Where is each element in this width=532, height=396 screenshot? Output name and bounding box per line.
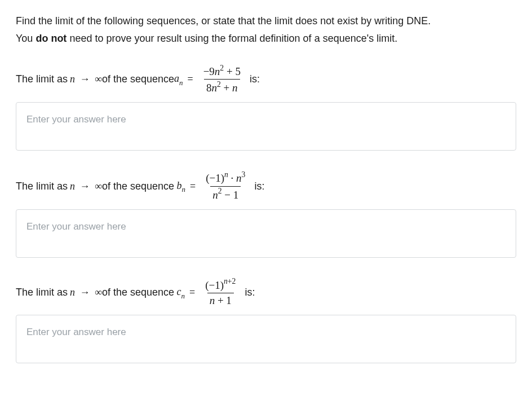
question-b-prompt: The limit as n → ∞ of the sequence bn = … xyxy=(16,171,516,201)
seq-letter-a: a xyxy=(174,73,179,84)
answer-input-a[interactable] xyxy=(16,102,516,151)
question-c-lead: The limit as xyxy=(16,285,68,300)
is-text-a: is: xyxy=(250,72,260,87)
fraction-b: (−1)n · n3 n2 − 1 xyxy=(203,171,247,201)
arrow-icon-c: → xyxy=(80,287,90,298)
question-b-lead: The limit as xyxy=(16,179,68,194)
question-a: The limit as n → ∞ of the sequence an = … xyxy=(16,64,516,151)
answer-input-c[interactable] xyxy=(16,315,516,363)
infinity-symbol: ∞ xyxy=(95,73,102,85)
question-c: The limit as n → ∞ of the sequence cn = … xyxy=(16,278,516,363)
of-sequence-text-a: of the sequence xyxy=(102,72,174,87)
instructions-line-1: Find the limit of the following sequence… xyxy=(16,14,516,29)
sequence-name-a: an xyxy=(174,71,183,87)
var-n-b: n xyxy=(70,181,75,192)
seq-sub-c: n xyxy=(181,292,184,300)
question-a-prompt: The limit as n → ∞ of the sequence an = … xyxy=(16,64,516,94)
infinity-symbol-c: ∞ xyxy=(95,287,102,298)
var-n-c: n xyxy=(70,287,75,298)
seq-sub-b: n xyxy=(181,185,185,193)
limit-expression-a: n → ∞ xyxy=(70,72,102,87)
sequence-name-c: cn xyxy=(174,284,185,301)
question-c-prompt: The limit as n → ∞ of the sequence cn = … xyxy=(16,278,516,307)
fraction-c: (−1)n+2 n + 1 xyxy=(203,278,238,307)
is-text-c: is: xyxy=(245,285,255,300)
equals-b: = xyxy=(190,179,196,194)
of-sequence-text-c: of the sequence xyxy=(102,285,174,300)
var-n: n xyxy=(70,73,75,85)
is-text-b: is: xyxy=(254,179,264,194)
question-b: The limit as n → ∞ of the sequence bn = … xyxy=(16,171,516,257)
arrow-icon-b: → xyxy=(80,181,90,192)
question-a-lead: The limit as xyxy=(16,72,68,87)
infinity-symbol-b: ∞ xyxy=(95,181,102,192)
instructions-line2-bold: do not xyxy=(36,33,66,44)
limit-expression-c: n → ∞ xyxy=(70,285,102,300)
of-sequence-text-b: of the sequence xyxy=(102,179,174,194)
instructions-line2-pre: You xyxy=(16,33,36,44)
instructions-line-2: You do not need to prove your result usi… xyxy=(16,31,516,46)
equals-c: = xyxy=(189,285,195,300)
seq-sub-a: n xyxy=(179,78,183,87)
instructions-block: Find the limit of the following sequence… xyxy=(16,14,516,46)
arrow-icon: → xyxy=(80,73,90,85)
equals-a: = xyxy=(187,72,193,87)
answer-input-b[interactable] xyxy=(16,209,516,258)
sequence-name-b: bn xyxy=(174,178,185,195)
instructions-line2-post: need to prove your result using the form… xyxy=(66,33,397,44)
fraction-a: −9n2 + 5 8n2 + n xyxy=(201,64,243,94)
limit-expression-b: n → ∞ xyxy=(70,179,102,194)
